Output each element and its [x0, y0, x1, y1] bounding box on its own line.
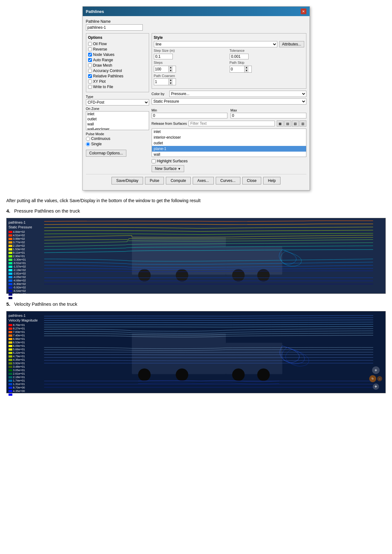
steps-input[interactable] — [154, 67, 168, 72]
close-button[interactable]: Close — [242, 177, 262, 184]
path-coarsen-down[interactable]: ▼ — [169, 82, 173, 85]
pulse-button[interactable]: Pulse — [145, 177, 164, 184]
highlight-surfaces-checkbox[interactable] — [152, 159, 156, 163]
surface-wall[interactable]: wall — [152, 152, 306, 157]
surface-plane-1[interactable]: plane-1 — [152, 146, 306, 152]
highlight-row: Highlight Surfaces — [152, 159, 306, 163]
path-skip-down[interactable]: ▼ — [244, 69, 249, 72]
node-values-checkbox[interactable] — [88, 53, 92, 57]
release-icon-btn-1[interactable]: ▦ — [277, 120, 284, 127]
vel-val-14: 3.05e+01 — [13, 369, 25, 372]
svg-rect-1 — [132, 237, 226, 275]
max-input[interactable] — [231, 113, 306, 118]
orbit-icon[interactable]: ○ — [377, 376, 382, 381]
draw-mesh-checkbox[interactable] — [88, 63, 92, 67]
pressure-sim-header-line1: pathlines-1 — [9, 220, 32, 225]
oil-flow-checkbox[interactable] — [88, 42, 92, 46]
single-radio[interactable] — [86, 142, 90, 146]
vel-legend-17: 1.74e+01 — [9, 379, 25, 382]
curves-button[interactable]: Curves... — [216, 177, 240, 184]
save-display-button[interactable]: Save/Display — [112, 177, 143, 184]
tolerance-label: Tolerance — [230, 49, 304, 52]
vel-color-13 — [9, 366, 12, 368]
surface-inlet[interactable]: inlet — [152, 129, 306, 135]
legend-item-15: -4.66e+02 — [9, 279, 26, 282]
path-skip-up[interactable]: ▲ — [244, 66, 249, 69]
auto-range-checkbox[interactable] — [88, 58, 92, 62]
svg-point-3 — [138, 269, 151, 282]
path-skip-spinbox[interactable]: ▲ ▼ — [230, 66, 252, 73]
legend-val-9: -3.30e+01 — [13, 258, 26, 261]
on-zone-item-inlet[interactable]: inlet — [86, 111, 149, 117]
on-zone-list[interactable]: inlet outlet wall wall-encloser — [86, 111, 149, 130]
option-reverse: Reverse — [88, 47, 147, 51]
colorby-label: Color by — [152, 92, 167, 96]
attributes-button[interactable]: Attributes... — [279, 41, 304, 47]
relative-pathlines-label: Relative Pathlines — [93, 74, 124, 78]
help-button[interactable]: Help — [263, 177, 280, 184]
release-icon-btn-3[interactable]: ▧ — [292, 120, 299, 127]
pathlines-dialog: Pathlines ✕ Pathline Name Options Oil Fl… — [82, 6, 310, 190]
legend-item-7: 9.11e+01 — [9, 251, 26, 254]
coarsen-section: Path Coarsen ▲ ▼ — [154, 74, 304, 85]
continuous-radio[interactable] — [86, 137, 90, 141]
surfaces-list[interactable]: inlet interior-encloser outlet plane-1 w… — [152, 129, 306, 157]
style-row: line ribbon cylinder Attributes... — [154, 41, 304, 47]
static-pressure-select[interactable]: Static Pressure Total Pressure — [152, 98, 306, 105]
colormap-options-button[interactable]: Colormap Options... — [86, 150, 127, 157]
vel-color-6 — [9, 341, 12, 344]
pathline-name-input[interactable] — [86, 24, 143, 31]
style-section: Style line ribbon cylinder Attributes...… — [152, 33, 306, 89]
pressure-flow-svg — [32, 218, 385, 293]
accuracy-control-checkbox[interactable] — [88, 69, 92, 73]
legend-item-6: 1.53e+02 — [9, 248, 26, 251]
path-coarsen-up[interactable]: ▲ — [169, 79, 173, 82]
legend-val-17: -5.92e+02 — [13, 286, 26, 289]
xy-plot-checkbox[interactable] — [88, 80, 92, 83]
reverse-checkbox[interactable] — [88, 47, 92, 51]
xy-plot-label: XY Plot — [93, 79, 106, 84]
release-section: Release from Surfaces ▦ ▤ ▧ ▥ — [152, 120, 306, 127]
write-to-file-checkbox[interactable] — [88, 85, 92, 89]
steps-spinbox[interactable]: ▲ ▼ — [154, 66, 176, 73]
zoom-icon[interactable]: ⊕ — [372, 366, 380, 374]
steps-up[interactable]: ▲ — [169, 66, 173, 69]
dialog-close-button[interactable]: ✕ — [301, 9, 306, 14]
type-label: Type — [86, 95, 149, 99]
tolerance-input[interactable] — [230, 54, 249, 59]
dialog-titlebar: Pathlines ✕ — [83, 7, 310, 16]
type-select[interactable]: CFD-Post — [86, 99, 149, 105]
vel-val-21: 0.00e+00 — [13, 393, 25, 396]
path-coarsen-input[interactable] — [154, 79, 168, 84]
on-zone-item-wall[interactable]: wall — [86, 122, 149, 127]
path-coarsen-spinbox[interactable]: ▲ ▼ — [154, 78, 176, 85]
path-skip-label: Path Skip — [230, 61, 304, 64]
legend-color-10 — [9, 262, 12, 264]
style-select[interactable]: line ribbon cylinder — [154, 41, 277, 47]
vel-val-19: 8.70e+00 — [13, 386, 25, 389]
legend-val-16: -5.30e+02 — [13, 282, 26, 286]
pan-icon[interactable]: ✥ — [373, 383, 379, 390]
on-zone-item-wall-encloser[interactable]: wall-encloser — [86, 127, 149, 130]
auto-range-label: Auto Range — [93, 58, 113, 62]
steps-down[interactable]: ▼ — [169, 69, 173, 72]
axes-button[interactable]: Axes... — [193, 177, 214, 184]
release-filter-input[interactable] — [189, 121, 274, 126]
rotate-icon[interactable]: ↻ — [369, 375, 376, 382]
on-zone-item-outlet[interactable]: outlet — [86, 117, 149, 122]
release-icon-btn-2[interactable]: ▤ — [284, 120, 291, 127]
colorby-select[interactable]: Pressure... Velocity... — [169, 91, 306, 97]
surface-interior-encloser[interactable]: interior-encloser — [152, 135, 306, 140]
surface-outlet[interactable]: outlet — [152, 140, 306, 146]
new-surface-button[interactable]: New Surface ▼ — [152, 165, 184, 172]
vel-val-8: 5.66e+01 — [13, 348, 25, 351]
compute-button[interactable]: Compute — [166, 177, 191, 184]
path-skip-input[interactable] — [230, 67, 244, 72]
step-size-input[interactable] — [154, 54, 173, 59]
release-icon-btn-4[interactable]: ▥ — [299, 120, 306, 127]
min-input[interactable] — [152, 113, 227, 118]
relative-pathlines-checkbox[interactable] — [88, 74, 92, 78]
release-icons: ▦ ▤ ▧ ▥ — [277, 120, 306, 127]
vel-color-16 — [9, 376, 12, 378]
dialog-title: Pathlines — [86, 9, 104, 14]
